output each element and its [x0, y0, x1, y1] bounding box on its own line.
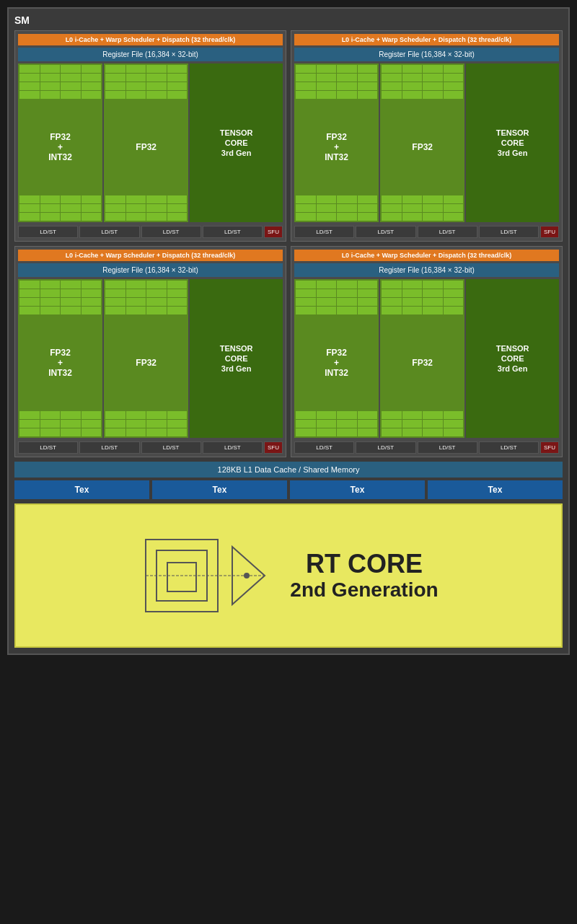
grid-cell [402, 298, 423, 306]
grid-cell [105, 281, 125, 289]
grid-cell [105, 65, 125, 73]
l1-cache-bar: 128KB L1 Data Cache / Shared Memory [14, 462, 563, 478]
tensor-core-col-3: TENSORCORE3rd Gen [190, 279, 283, 438]
grid-cell [61, 204, 81, 212]
ldst-unit-10: LD/ST [79, 441, 139, 454]
fp32-grid-1 [18, 63, 102, 100]
grid-cell [146, 195, 167, 203]
grid-cell [40, 420, 61, 428]
grid-cell [402, 428, 423, 436]
grid-cell [82, 281, 102, 289]
fp32-label-3: FP32 [104, 316, 188, 410]
grid-cell [402, 420, 423, 428]
grid-cell [167, 195, 188, 203]
tensor-label-2: TENSORCORE3rd Gen [493, 125, 532, 162]
grid-cell [317, 213, 337, 221]
bottom-units-3: LD/ST LD/ST LD/ST LD/ST SFU [18, 441, 283, 454]
ldst-unit-16: LD/ST [479, 441, 539, 454]
grid-cell [19, 195, 40, 203]
grid-cell [146, 428, 167, 436]
grid-cell [402, 74, 423, 82]
grid-cell [317, 65, 337, 73]
svg-rect-2 [167, 563, 196, 591]
l0-cache-bar-3: L0 i-Cache + Warp Scheduler + Dispatch (… [18, 250, 283, 261]
grid-cell [296, 428, 316, 436]
grid-cell [402, 82, 423, 90]
grid-cell [382, 65, 402, 73]
grid-cell [423, 204, 443, 212]
grid-cell [82, 289, 102, 297]
grid-cell [423, 281, 443, 289]
grid-cell [105, 428, 125, 436]
grid-cell [402, 213, 423, 221]
grid-cell [444, 298, 464, 306]
grid-cell [358, 74, 378, 82]
grid-cell [444, 420, 464, 428]
fp32-int32-col-4: FP32+INT32 [294, 279, 379, 438]
ldst-unit-2: LD/ST [79, 226, 139, 238]
grid-cell [82, 82, 102, 90]
grid-cell [337, 281, 357, 289]
grid-cell [126, 91, 146, 99]
grid-cell [423, 420, 443, 428]
grid-cell [40, 281, 61, 289]
rt-core-sub: 2nd Generation [290, 578, 438, 602]
quad-grid: L0 i-Cache + Warp Scheduler + Dispatch (… [14, 30, 563, 457]
grid-cell [423, 82, 443, 90]
sfu-unit-3: SFU [264, 441, 283, 454]
grid-cell [82, 307, 102, 314]
grid-cell [402, 289, 423, 297]
grid-cell [296, 91, 316, 99]
grid-cell [105, 204, 125, 212]
register-file-bar-2: Register File (16,384 × 32-bit) [294, 48, 559, 61]
grid-cell [296, 307, 316, 314]
grid-cell [358, 204, 378, 212]
grid-cell [61, 289, 81, 297]
grid-cell [126, 307, 146, 314]
fp32-int32-col-2: FP32+INT32 [294, 63, 379, 222]
grid-cell [402, 281, 423, 289]
grid-cell [61, 65, 81, 73]
compute-area-4: FP32+INT32 FP32 [294, 279, 559, 438]
grid-cell [358, 420, 378, 428]
grid-cell [382, 213, 402, 221]
grid-cell [40, 213, 61, 221]
grid-cell [146, 411, 167, 419]
grid-cell [167, 82, 188, 90]
rt-core-diagram-svg [138, 525, 268, 626]
grid-cell [296, 65, 316, 73]
grid-cell [105, 74, 125, 82]
grid-cell [167, 289, 188, 297]
fp32-grid-2 [104, 63, 188, 100]
grid-cell [146, 82, 167, 90]
grid-cell [317, 298, 337, 306]
grid-cell [167, 65, 188, 73]
grid-cell [382, 204, 402, 212]
svg-point-5 [244, 573, 250, 578]
grid-cell [444, 91, 464, 99]
grid-cell [126, 281, 146, 289]
grid-cell [358, 428, 378, 436]
grid-cell [167, 298, 188, 306]
grid-cell [146, 420, 167, 428]
grid-cell [317, 428, 337, 436]
sm-container: SM L0 i-Cache + Warp Scheduler + Dispatc… [7, 7, 570, 655]
grid-cell [423, 289, 443, 297]
grid-cell [146, 281, 167, 289]
tensor-label-4: TENSORCORE3rd Gen [493, 340, 532, 377]
grid-cell [19, 298, 40, 306]
grid-cell [167, 213, 188, 221]
grid-cell [146, 289, 167, 297]
grid-cell [423, 65, 443, 73]
ldst-unit-5: LD/ST [294, 226, 354, 238]
grid-cell [296, 420, 316, 428]
grid-cell [358, 307, 378, 314]
grid-cell [19, 428, 40, 436]
sfu-unit-1: SFU [264, 226, 283, 238]
grid-cell [167, 411, 188, 419]
ldst-unit-8: LD/ST [479, 226, 539, 238]
fp32-int32-label-1: FP32+INT32 [18, 100, 102, 194]
grid-cell [382, 411, 402, 419]
grid-cell [337, 82, 357, 90]
grid-cell [126, 195, 146, 203]
